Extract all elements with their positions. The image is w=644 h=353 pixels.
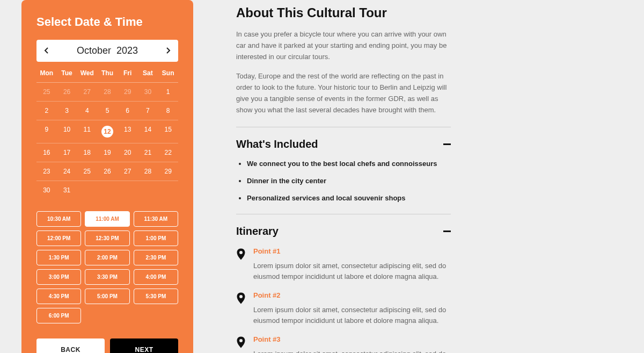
- calendar-day[interactable]: 28: [138, 162, 158, 181]
- weekday-label: Thu: [97, 69, 118, 77]
- calendar-day[interactable]: 28: [97, 83, 118, 101]
- calendar-day[interactable]: 14: [138, 120, 158, 143]
- time-slot[interactable]: 5:30 PM: [134, 289, 178, 304]
- calendar-day[interactable]: 6: [118, 102, 138, 120]
- calendar-empty-cell: [97, 181, 118, 199]
- weekday-label: Tue: [57, 69, 77, 77]
- time-slot[interactable]: 3:30 PM: [85, 269, 129, 285]
- calendar-day[interactable]: 23: [36, 162, 57, 181]
- calendar-day[interactable]: 30: [138, 83, 158, 101]
- calendar-day[interactable]: 25: [36, 83, 57, 101]
- minus-icon: [443, 230, 451, 232]
- calendar-day[interactable]: 5: [97, 102, 118, 120]
- calendar-day[interactable]: 3: [57, 102, 77, 120]
- weekday-label: Sun: [158, 69, 178, 77]
- calendar-day[interactable]: 20: [118, 143, 138, 162]
- itinerary-accordion-header[interactable]: Itinerary: [236, 214, 451, 237]
- calendar-day[interactable]: 4: [77, 102, 97, 120]
- calendar-day[interactable]: 15: [158, 120, 178, 143]
- map-pin-icon: [236, 248, 246, 282]
- next-button[interactable]: NEXT: [110, 338, 178, 353]
- calendar-day[interactable]: 13: [118, 120, 138, 143]
- calendar-day[interactable]: 27: [118, 162, 138, 181]
- chevron-right-icon: [166, 47, 171, 54]
- time-slot[interactable]: 1:30 PM: [36, 250, 81, 265]
- time-slot[interactable]: 10:30 AM: [36, 211, 81, 227]
- calendar-day[interactable]: 17: [57, 143, 77, 162]
- time-slot[interactable]: 11:30 AM: [134, 211, 178, 227]
- calendar-weekday-header: MonTueWedThuFriSatSun: [36, 69, 178, 83]
- about-title: About This Cultural Tour: [236, 5, 451, 20]
- calendar-day[interactable]: 29: [118, 83, 138, 101]
- included-item: We connect you to the best local chefs a…: [247, 159, 451, 169]
- time-slot[interactable]: 4:30 PM: [36, 289, 81, 304]
- calendar-day[interactable]: 2: [36, 102, 57, 120]
- time-slot[interactable]: 11:00 AM: [85, 211, 129, 227]
- about-paragraph: Today, Europe and the rest of the world …: [236, 71, 451, 116]
- time-slot[interactable]: 5:00 PM: [85, 289, 129, 304]
- weekday-label: Wed: [77, 69, 97, 77]
- action-buttons: BACK NEXT: [36, 338, 178, 353]
- time-slot[interactable]: 6:00 PM: [36, 308, 81, 323]
- calendar-day[interactable]: 24: [57, 162, 77, 181]
- calendar-day[interactable]: 18: [77, 143, 97, 162]
- calendar-day[interactable]: 31: [57, 181, 77, 199]
- calendar-day[interactable]: 12: [97, 120, 118, 143]
- datepicker-card: Select Date & Time October 2023 MonTueWe…: [21, 0, 193, 353]
- time-slot[interactable]: 3:00 PM: [36, 269, 81, 285]
- calendar-day[interactable]: 26: [97, 162, 118, 181]
- itinerary-item: Point #1 Lorem ipsum dolor sit amet, con…: [236, 247, 451, 282]
- calendar-empty-cell: [158, 181, 178, 199]
- included-item: Personalized services and local souvenir…: [247, 193, 451, 203]
- itinerary-item: Point #2 Lorem ipsum dolor sit amet, con…: [236, 291, 451, 326]
- calendar-day[interactable]: 16: [36, 143, 57, 162]
- calendar-day[interactable]: 21: [138, 143, 158, 162]
- calendar-day[interactable]: 27: [77, 83, 97, 101]
- calendar-day[interactable]: 22: [158, 143, 178, 162]
- time-slot[interactable]: 2:00 PM: [85, 250, 129, 265]
- calendar-day[interactable]: 30: [36, 181, 57, 199]
- calendar-day[interactable]: 10: [57, 120, 77, 143]
- prev-month-button[interactable]: [44, 47, 48, 55]
- time-slot[interactable]: 4:00 PM: [134, 269, 178, 285]
- calendar-day[interactable]: 1: [158, 83, 178, 101]
- itinerary-point-title: Point #2: [253, 291, 451, 299]
- calendar-empty-cell: [77, 181, 97, 199]
- calendar-day[interactable]: 29: [158, 162, 178, 181]
- time-slot[interactable]: 1:00 PM: [134, 230, 178, 246]
- calendar-empty-cell: [118, 181, 138, 199]
- back-button[interactable]: BACK: [36, 338, 105, 353]
- itinerary-item: Point #3 Lorem ipsum dolor sit amet, con…: [236, 335, 451, 353]
- included-accordion-header[interactable]: What's Included: [236, 127, 451, 150]
- calendar-day[interactable]: 8: [158, 102, 178, 120]
- time-slot[interactable]: 12:30 PM: [85, 230, 129, 246]
- calendar-day[interactable]: 7: [138, 102, 158, 120]
- itinerary-point-desc: Lorem ipsum dolor sit amet, consectetur …: [253, 261, 451, 282]
- chevron-left-icon: [44, 47, 48, 54]
- time-slot[interactable]: 2:30 PM: [134, 250, 178, 265]
- calendar-day[interactable]: 11: [77, 120, 97, 143]
- included-item: Dinner in the city center: [247, 176, 451, 186]
- included-title: What's Included: [236, 138, 318, 150]
- itinerary-point-desc: Lorem ipsum dolor sit amet, consectetur …: [253, 305, 451, 326]
- calendar-day[interactable]: 25: [77, 162, 97, 181]
- minus-icon: [443, 143, 451, 145]
- calendar-day[interactable]: 26: [57, 83, 77, 101]
- itinerary-title: Itinerary: [236, 225, 279, 237]
- map-pin-icon: [236, 336, 246, 353]
- itinerary-point-title: Point #3: [253, 335, 451, 343]
- time-slot[interactable]: 12:00 PM: [36, 230, 81, 246]
- calendar-day[interactable]: 19: [97, 143, 118, 162]
- calendar-day[interactable]: 9: [36, 120, 57, 143]
- included-list: We connect you to the best local chefs a…: [236, 159, 451, 204]
- weekday-label: Mon: [36, 69, 57, 77]
- weekday-label: Sat: [138, 69, 158, 77]
- month-selector: October 2023: [36, 40, 178, 62]
- calendar-empty-cell: [138, 181, 158, 199]
- about-paragraph: In case you prefer a bicycle tour where …: [236, 29, 451, 62]
- month-year-label: October 2023: [77, 45, 138, 56]
- datepicker-title: Select Date & Time: [36, 15, 178, 29]
- next-month-button[interactable]: [166, 47, 171, 55]
- itinerary-point-desc: Lorem ipsum dolor sit amet, consectetur …: [253, 349, 451, 353]
- itinerary-point-title: Point #1: [253, 247, 451, 255]
